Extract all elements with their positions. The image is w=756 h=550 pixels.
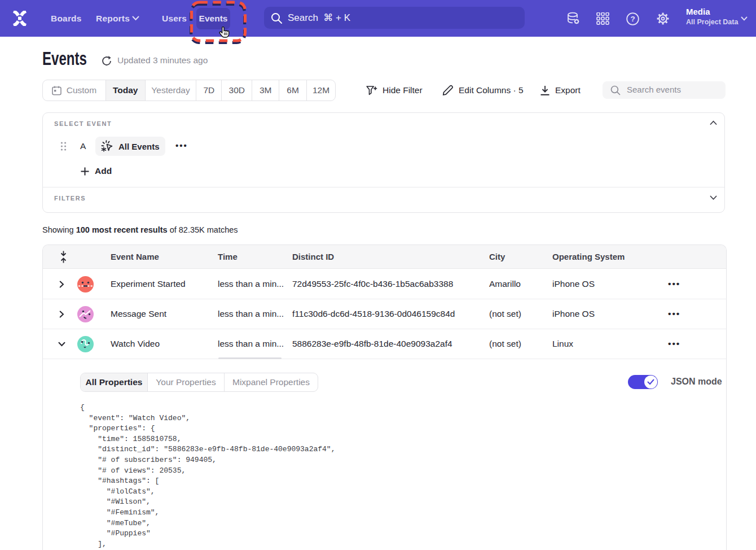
svg-text:?: ? xyxy=(630,15,635,23)
